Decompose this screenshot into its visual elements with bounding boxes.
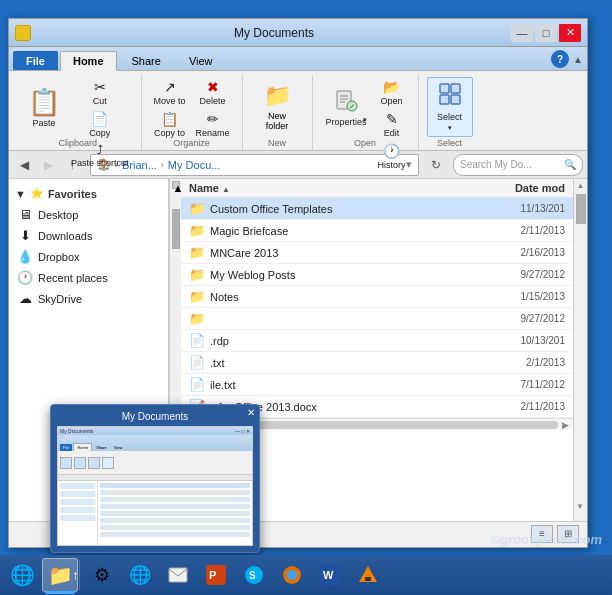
properties-icon: ✓ <box>332 87 360 115</box>
taskbar-powerpoint[interactable]: P <box>198 558 234 592</box>
sidebar-item-desktop[interactable]: 🖥 Desktop <box>9 204 168 225</box>
tab-view[interactable]: View <box>176 51 226 70</box>
new-group-label: New <box>243 138 312 148</box>
close-button[interactable]: ✕ <box>559 24 581 42</box>
window-icon <box>15 25 31 41</box>
file-row-4[interactable]: 📁 Notes 1/15/2013 <box>181 286 573 308</box>
mini-icon-4 <box>102 457 114 469</box>
paste-button[interactable]: 📋 Paste <box>23 77 65 137</box>
file-row-0[interactable]: 📁 Custom Office Templates 11/13/201 <box>181 198 573 220</box>
ribbon-collapse-icon[interactable]: ▲ <box>573 54 583 65</box>
taskbar-word[interactable]: W <box>312 558 348 592</box>
scroll-up-btn[interactable]: ▲ <box>575 179 587 192</box>
file-icon-3: 📁 <box>189 267 205 282</box>
taskbar-firefox[interactable] <box>274 558 310 592</box>
mini-sidebar-4 <box>60 507 95 513</box>
file-row-7[interactable]: 📄 .txt 2/1/2013 <box>181 352 573 374</box>
sidebar-item-recent[interactable]: 🕐 Recent places <box>9 267 168 288</box>
file-name-2: MNCare 2013 <box>210 247 475 259</box>
paste-shortcut-label: Paste shortcut <box>71 158 129 168</box>
title-bar-buttons: — □ ✕ <box>511 24 581 42</box>
organize-buttons: ↗ Move to 📋 Copy to <box>150 77 190 137</box>
taskbar-ie[interactable]: 🌐 <box>4 558 40 592</box>
taskbar-explorer[interactable]: 📁 <box>42 558 78 592</box>
file-date-5: 9/27/2012 <box>475 313 565 324</box>
taskbar-chrome[interactable]: 🌐 <box>122 558 158 592</box>
ribbon-help-icon[interactable]: ? <box>551 50 569 68</box>
open-button[interactable]: 📂 Open <box>374 77 410 108</box>
file-row-5[interactable]: 📁 9/27/2012 <box>181 308 573 330</box>
tab-share[interactable]: Share <box>119 51 174 70</box>
downloads-icon: ⬇ <box>17 228 33 243</box>
file-icon-2: 📁 <box>189 245 205 260</box>
file-date-2: 2/16/2013 <box>475 247 565 258</box>
mini-file-4 <box>100 504 250 509</box>
delete-button[interactable]: ✖ Delete <box>192 77 234 108</box>
copyto-button[interactable]: 📋 Copy to <box>150 109 190 140</box>
clipboard-group: 📋 Paste ✂ Cut 📄 Copy ⤴ Paste short <box>15 75 142 150</box>
moveto-icon: ↗ <box>164 79 176 95</box>
svg-text:W: W <box>323 569 334 581</box>
select-group-label: Select <box>419 138 481 148</box>
minimize-button[interactable]: — <box>511 24 533 42</box>
scroll-thumb-handle[interactable] <box>576 194 586 224</box>
file-row-3[interactable]: 📁 My Weblog Posts 9/27/2012 <box>181 264 573 286</box>
svg-text:✓: ✓ <box>349 103 355 110</box>
file-name-8: ile.txt <box>210 379 475 391</box>
tab-file[interactable]: File <box>13 51 58 70</box>
file-date-4: 1/15/2013 <box>475 291 565 302</box>
delete-icon: ✖ <box>207 79 219 95</box>
edit-icon: ✎ <box>386 111 398 127</box>
back-button[interactable]: ◀ <box>13 154 35 176</box>
mini-file-3 <box>100 497 250 502</box>
details-view-button[interactable]: ≡ <box>531 525 553 543</box>
svg-rect-9 <box>451 95 460 104</box>
rename-button[interactable]: ✏ Rename <box>192 109 234 140</box>
large-icons-button[interactable]: ⊞ <box>557 525 579 543</box>
file-row-8[interactable]: 📄 ile.txt 7/11/2012 <box>181 374 573 396</box>
col-date[interactable]: Date mod <box>475 182 565 194</box>
taskbar-skype[interactable]: S <box>236 558 272 592</box>
tab-home[interactable]: Home <box>60 51 117 71</box>
file-row-1[interactable]: 📁 Magic Briefcase 2/11/2013 <box>181 220 573 242</box>
downloads-label: Downloads <box>38 230 92 242</box>
sidebar-item-skydrive[interactable]: ☁ SkyDrive <box>9 288 168 309</box>
favorites-section[interactable]: ▼ ⭐ Favorites <box>9 183 168 204</box>
edit-button[interactable]: ✎ Edit <box>374 109 410 140</box>
favorites-icon: ⭐ <box>30 187 44 200</box>
sidebar-scroll-up[interactable]: ▲ <box>172 181 180 189</box>
file-row-2[interactable]: 📁 MNCare 2013 2/16/2013 <box>181 242 573 264</box>
sidebar-item-downloads[interactable]: ⬇ Downloads <box>9 225 168 246</box>
taskbar-mail[interactable] <box>160 558 196 592</box>
file-date-0: 11/13/201 <box>475 203 565 214</box>
taskbar-settings[interactable]: ⚙ <box>84 558 120 592</box>
select-button[interactable]: Select ▾ <box>427 77 473 137</box>
status-icons: ≡ ⊞ <box>531 525 579 543</box>
address-bar[interactable]: 🏠 › Brian... › My Docu... ▾ <box>90 154 419 176</box>
sidebar-item-dropbox[interactable]: 💧 Dropbox <box>9 246 168 267</box>
h-scroll-right[interactable]: ▶ <box>562 420 569 430</box>
forward-button[interactable]: ▶ <box>37 154 59 176</box>
col-name[interactable]: Name ▲ <box>189 182 475 194</box>
properties-button[interactable]: ✓ Properties ▾ <box>321 77 372 137</box>
refresh-button[interactable]: ↻ <box>425 154 447 176</box>
cut-button[interactable]: ✂ Cut <box>67 77 133 108</box>
dropbox-label: Dropbox <box>38 251 80 263</box>
taskbar-vlc[interactable] <box>350 558 386 592</box>
sidebar-scroll-thumb[interactable] <box>172 209 180 249</box>
scroll-down-btn[interactable]: ▼ <box>573 502 587 511</box>
file-date-8: 7/11/2012 <box>475 379 565 390</box>
organize-label: Organize <box>142 138 242 148</box>
search-bar[interactable]: Search My Do... 🔍 <box>453 154 583 176</box>
maximize-button[interactable]: □ <box>535 24 557 42</box>
file-row-6[interactable]: 📄 .rdp 10/13/201 <box>181 330 573 352</box>
files-scrollbar[interactable]: ▲ ▼ <box>573 179 587 521</box>
file-icon-5: 📁 <box>189 311 205 326</box>
clipboard-label: Clipboard <box>15 138 141 148</box>
edit-label: Edit <box>384 128 400 138</box>
new-folder-button[interactable]: 📁 Newfolder <box>255 77 299 137</box>
copy-button[interactable]: 📄 Copy <box>67 109 133 140</box>
file-name-7: .txt <box>210 357 475 369</box>
thumbnail-close[interactable]: ✕ <box>247 407 255 418</box>
moveto-button[interactable]: ↗ Move to <box>150 77 190 108</box>
